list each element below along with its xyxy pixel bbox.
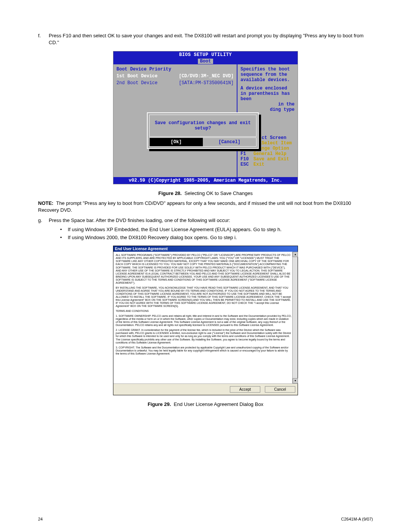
bios-title: BIOS SETUP UTILITY: [113, 51, 298, 58]
bios-2nd-label: 2nd Boot Device: [116, 80, 158, 86]
bullet-icon: •: [60, 234, 68, 241]
bios-help-text2: A device enclosed in parenthesis has bee…: [241, 86, 295, 102]
bios-2nd-value: [SATA:PM-ST3500641N]: [179, 80, 234, 86]
scroll-down-icon[interactable]: ▾: [293, 378, 298, 383]
eula-footer: Accept Cancel: [113, 383, 298, 395]
eula-para-5: 2. LICENSE GRANT. In consideration for t…: [116, 329, 292, 344]
eula-figure: End User License Agreement ALL SOFTWARE …: [113, 246, 298, 396]
bios-tab-boot: Boot: [198, 59, 213, 64]
eula-accept-button[interactable]: Accept: [230, 386, 260, 393]
figure-29-label: Figure 29.: [148, 401, 171, 407]
bios-key-save: Save and Exit: [253, 157, 289, 162]
bios-key-change: Change Option: [253, 146, 289, 151]
figure-28-label: Figure 28.: [158, 190, 182, 196]
step-f: f. Press F10 and then select OK to save …: [38, 32, 373, 46]
scroll-up-icon[interactable]: ▴: [293, 252, 298, 257]
eula-para-1: ALL SOFTWARE PROGRAMS ("SOFTWARE") PROVI…: [116, 254, 292, 284]
bios-help-text1: Specifies the boot sequence from the ava…: [241, 67, 295, 83]
eula-body: ALL SOFTWARE PROGRAMS ("SOFTWARE") PROVI…: [113, 252, 298, 383]
doc-id: C2641M-A (9/07): [341, 517, 373, 521]
bios-dialog-cancel[interactable]: [Cancel]: [203, 138, 256, 146]
step-f-letter: f.: [38, 32, 49, 46]
bios-save-dialog: Save configuration changes and exit setu…: [147, 112, 259, 149]
figure-28-caption: Figure 28. Selecting OK to Save Changes: [38, 190, 373, 196]
step-f-text: Press F10 and then select OK to save you…: [49, 32, 373, 46]
eula-para-4: 1. SOFTWARE OWNERSHIP. PELCO owns and re…: [116, 315, 292, 327]
bios-key-f1: F1: [241, 151, 253, 157]
note-block: NOTE: The prompt "Press any key to boot …: [38, 200, 373, 213]
step-g: g. Press the Space bar. After the DVD fi…: [38, 217, 373, 243]
bios-dialog-msg: Save configuration changes and exit setu…: [149, 115, 256, 137]
bios-dialog-ok[interactable]: [Ok]: [150, 138, 203, 146]
bios-help-text3b: ding type: [241, 107, 295, 112]
bios-key-esc: ESC: [241, 162, 253, 167]
step-g-text: Press the Space bar. After the DVD finis…: [49, 217, 373, 224]
step-g-b2-text: If using Windows 2000, the DX8100 Recove…: [68, 234, 237, 241]
step-g-b1-text: If using Windows XP Embedded, the End Us…: [68, 226, 282, 233]
note-text: The prompt "Press any key to boot from C…: [38, 200, 351, 213]
note-label: NOTE:: [38, 200, 53, 206]
eula-para-6: 3. COPYRIGHT. The Software and the Docum…: [116, 346, 292, 355]
figure-29-text: End User License Agreement Dialog Box: [174, 401, 264, 407]
step-g-bullet-1: • If using Windows XP Embedded, the End …: [60, 226, 373, 233]
bios-row-2nd-boot: 2nd Boot Device [SATA:PM-ST3500641N]: [116, 80, 234, 86]
figure-29-caption: Figure 29. End User License Agreement Di…: [38, 401, 373, 407]
bios-1st-label: 1st Boot Device: [116, 73, 158, 79]
bios-boot-priority-heading: Boot Device Priority: [116, 67, 234, 72]
figure-28-text: Selecting OK to Save Changes: [185, 190, 253, 196]
eula-para-2: BY INSTALLING THE SOFTWARE, YOU ACKNOWLE…: [116, 286, 292, 308]
bios-1st-value: [CD/DVD:3M-_NEC DVD]: [179, 73, 234, 79]
page-number: 24: [38, 517, 43, 521]
eula-scrollbar[interactable]: ▴ ▾: [292, 252, 298, 383]
bios-key-help: General Help: [253, 151, 286, 157]
bios-key-exit: Exit: [253, 162, 264, 167]
bios-key-select-item: Select Item: [262, 141, 292, 146]
page-footer: 24 C2641M-A (9/07): [38, 517, 373, 521]
eula-cancel-button[interactable]: Cancel: [265, 386, 295, 393]
bios-figure: BIOS SETUP UTILITY Boot Boot Device Prio…: [113, 51, 298, 184]
bios-help-text3a: in the: [241, 102, 295, 107]
bios-row-1st-boot: 1st Boot Device [CD/DVD:3M-_NEC DVD]: [116, 73, 234, 79]
eula-titlebar: End User License Agreement: [113, 246, 298, 252]
step-g-letter: g.: [38, 217, 49, 243]
bullet-icon: •: [60, 226, 68, 233]
bios-footer: v02.59 (C)Copyright 1985-2005, American …: [113, 177, 298, 184]
bios-key-f10: F10: [241, 157, 253, 162]
eula-para-3: TERMS AND CONDITIONS: [116, 310, 292, 313]
step-g-bullet-2: • If using Windows 2000, the DX8100 Reco…: [60, 234, 373, 241]
bios-tabbar: Boot: [113, 58, 298, 64]
